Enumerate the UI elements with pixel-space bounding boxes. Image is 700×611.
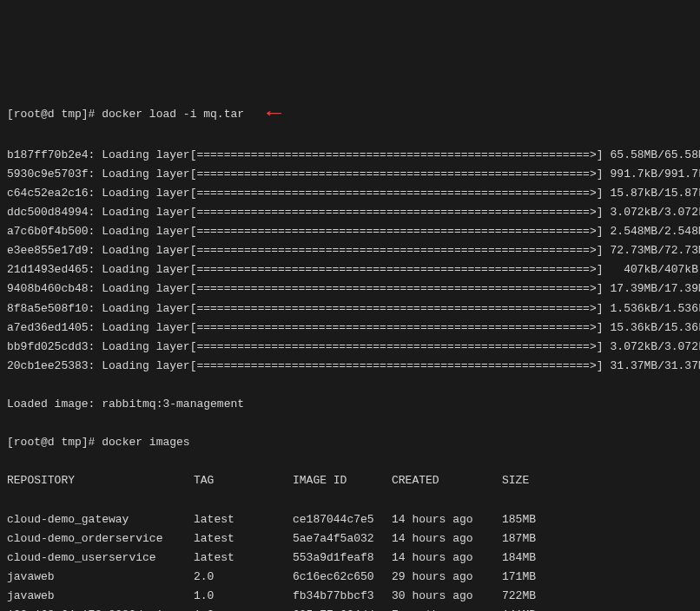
layer-size: 31.37MB/31.37MB xyxy=(611,357,700,376)
cell-repository: javaweb xyxy=(7,568,194,587)
layer-hash: a7c6b0f4b500: Loading layer xyxy=(7,222,190,241)
progress-bar: [=======================================… xyxy=(190,222,604,241)
layer-hash: 9408b460cb48: Loading layer xyxy=(7,279,190,299)
cell-image-id: 605c77e624dd xyxy=(293,606,392,611)
cell-image-id: fb34b77bbcf3 xyxy=(293,587,392,606)
loading-layer-row: e3ee855e17d9: Loading layer [===========… xyxy=(7,241,693,260)
table-row: cloud-demo_gatewaylatestce187044c7e514 h… xyxy=(7,510,693,529)
table-row: cloud-demo_orderservicelatest5ae7a4f5a03… xyxy=(7,529,693,549)
layer-size: 72.73MB/72.73MB xyxy=(611,241,700,260)
cell-created: 29 hours ago xyxy=(392,568,502,587)
layer-hash: ddc500d84994: Loading layer xyxy=(7,203,190,222)
loading-layer-row: 5930c9e5703f: Loading layer [===========… xyxy=(7,165,693,184)
layer-hash: 5930c9e5703f: Loading layer xyxy=(7,165,190,184)
arrow-annotation-icon: ⟵ xyxy=(268,102,281,126)
cell-tag: latest xyxy=(194,549,293,568)
layer-size: 3.072kB/3.072kB xyxy=(611,203,700,222)
cell-image-id: 5ae7a4f5a032 xyxy=(293,529,392,549)
cell-image-id: 6c16ec62c650 xyxy=(293,568,392,587)
loading-layer-row: 20cb1ee25383: Loading layer [===========… xyxy=(7,357,693,376)
loading-layer-row: ddc500d84994: Loading layer [===========… xyxy=(7,203,693,222)
layer-hash: bb9fd025cdd3: Loading layer xyxy=(7,338,190,357)
table-row: javaweb1.0fb34b77bbcf330 hours ago722MB xyxy=(7,587,693,606)
cell-created: 7 months ago xyxy=(392,606,502,611)
loading-layer-row: b187ff70b2e4: Loading layer [===========… xyxy=(7,146,693,165)
cell-tag: 1.0 xyxy=(194,587,293,606)
loading-layer-row: 8f8a5e508f10: Loading layer [===========… xyxy=(7,299,693,319)
cell-size: 185MB xyxy=(502,510,571,529)
cell-repository: cloud-demo_gateway xyxy=(7,510,194,529)
cell-tag: latest xyxy=(194,510,293,529)
layer-size: 2.548MB/2.548MB xyxy=(611,222,700,241)
cell-created: 14 hours ago xyxy=(392,510,502,529)
layer-size: 65.58MB/65.58MB xyxy=(611,146,700,165)
table-row: cloud-demo_userservicelatest553a9d1feaf8… xyxy=(7,549,693,568)
layer-size: 1.536kB/1.536kB xyxy=(611,299,700,319)
loaded-image-message: Loaded image: rabbitmq:3-management xyxy=(7,395,693,414)
progress-bar: [=======================================… xyxy=(190,184,604,203)
cell-tag: latest xyxy=(194,529,293,549)
cell-size: 184MB xyxy=(502,549,571,568)
layer-size: 15.87kB/15.87kB xyxy=(611,184,700,203)
table-row: javaweb2.06c16ec62c65029 hours ago171MB xyxy=(7,568,693,587)
cell-repository: javaweb xyxy=(7,587,194,606)
table-row: 192.168.64.178:8080/nginx1.0605c77e624dd… xyxy=(7,606,693,611)
cell-created: 14 hours ago xyxy=(392,549,502,568)
progress-bar: [=======================================… xyxy=(190,260,604,279)
layer-size: 15.36kB/15.36kB xyxy=(611,319,700,338)
command-line-2: [root@d tmp]# docker images xyxy=(7,433,693,452)
docker-load-command: docker load -i mq.tar xyxy=(102,108,244,121)
cell-repository: cloud-demo_orderservice xyxy=(7,529,194,549)
cell-repository: cloud-demo_userservice xyxy=(7,549,194,568)
cell-size: 187MB xyxy=(502,529,571,549)
progress-bar: [=======================================… xyxy=(190,203,604,222)
layer-hash: 8f8a5e508f10: Loading layer xyxy=(7,299,190,319)
layer-size: 991.7kB/991.7kB xyxy=(611,165,700,184)
cell-tag: 2.0 xyxy=(194,568,293,587)
loading-layer-row: 9408b460cb48: Loading layer [===========… xyxy=(7,279,693,299)
terminal-output: [root@d tmp]# docker load -i mq.tar⟵ b18… xyxy=(7,83,693,611)
cell-image-id: ce187044c7e5 xyxy=(293,510,392,529)
progress-bar: [=======================================… xyxy=(190,299,604,319)
progress-bar: [=======================================… xyxy=(190,279,604,299)
loading-layer-row: c64c52ea2c16: Loading layer [===========… xyxy=(7,184,693,203)
cell-size: 141MB xyxy=(502,606,571,611)
layer-hash: b187ff70b2e4: Loading layer xyxy=(7,146,190,165)
layer-hash: e3ee855e17d9: Loading layer xyxy=(7,241,190,260)
loading-layer-row: a7ed36ed1405: Loading layer [===========… xyxy=(7,319,693,338)
cell-size: 722MB xyxy=(502,587,571,606)
layer-size: 17.39MB/17.39MB xyxy=(611,279,700,299)
layer-hash: 20cb1ee25383: Loading layer xyxy=(7,357,190,376)
header-image-id: IMAGE ID xyxy=(293,471,392,490)
progress-bar: [=======================================… xyxy=(190,319,604,338)
loading-layer-row: 21d1493ed465: Loading layer [===========… xyxy=(7,260,693,279)
progress-bar: [=======================================… xyxy=(190,165,604,184)
cell-created: 30 hours ago xyxy=(392,587,502,606)
images-table-header: REPOSITORYTAGIMAGE IDCREATEDSIZE xyxy=(7,471,693,490)
shell-prompt: [root@d tmp]# xyxy=(7,108,95,121)
layer-size: 407kB/407kB xyxy=(611,260,698,279)
layer-size: 3.072kB/3.072kB xyxy=(611,338,700,357)
header-size: SIZE xyxy=(502,471,571,490)
layer-hash: 21d1493ed465: Loading layer xyxy=(7,260,190,279)
loading-layer-row: a7c6b0f4b500: Loading layer [===========… xyxy=(7,222,693,241)
cell-image-id: 553a9d1feaf8 xyxy=(293,549,392,568)
loading-layer-row: bb9fd025cdd3: Loading layer [===========… xyxy=(7,338,693,357)
progress-bar: [=======================================… xyxy=(190,357,604,376)
layer-hash: a7ed36ed1405: Loading layer xyxy=(7,319,190,338)
docker-images-command: docker images xyxy=(102,436,189,449)
layer-hash: c64c52ea2c16: Loading layer xyxy=(7,184,190,203)
cell-tag: 1.0 xyxy=(194,606,293,611)
header-repository: REPOSITORY xyxy=(7,471,194,490)
header-created: CREATED xyxy=(392,471,502,490)
progress-bar: [=======================================… xyxy=(190,338,604,357)
loading-layers-list: b187ff70b2e4: Loading layer [===========… xyxy=(7,146,693,376)
cell-repository: 192.168.64.178:8080/nginx xyxy=(7,606,194,611)
header-tag: TAG xyxy=(194,471,293,490)
cell-size: 171MB xyxy=(502,568,571,587)
progress-bar: [=======================================… xyxy=(190,146,604,165)
shell-prompt: [root@d tmp]# xyxy=(7,436,95,449)
cell-created: 14 hours ago xyxy=(392,529,502,549)
progress-bar: [=======================================… xyxy=(190,241,604,260)
command-line-1: [root@d tmp]# docker load -i mq.tar⟵ xyxy=(7,102,693,126)
